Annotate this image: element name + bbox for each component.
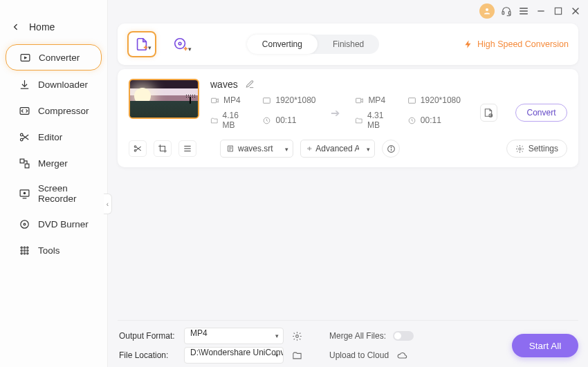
maximize-icon[interactable] — [553, 6, 564, 17]
convert-button[interactable]: Convert — [515, 104, 567, 122]
sidebar-item-editor[interactable]: Editor — [6, 124, 102, 149]
sidebar-item-tools[interactable]: Tools — [6, 238, 102, 263]
svg-point-43 — [134, 146, 136, 148]
sidebar-item-label: DVD Burner — [38, 219, 89, 229]
svg-point-55 — [391, 147, 392, 147]
src-format: MP4 — [223, 95, 241, 105]
sidebar-item-label: Converter — [39, 53, 80, 63]
svg-rect-16 — [25, 164, 29, 168]
tab-label: Converting — [262, 39, 302, 49]
caret-down-icon: ▾ — [285, 146, 288, 153]
sidebar: Home Converter Downloader Compressor Edi… — [0, 0, 108, 367]
svg-marker-11 — [24, 56, 27, 59]
file-location-value: D:\Wondershare UniConverter 1 — [190, 348, 284, 357]
svg-point-56 — [519, 147, 521, 149]
svg-point-29 — [26, 252, 28, 254]
download-icon — [18, 78, 30, 91]
src-duration: 00:11 — [275, 115, 296, 125]
svg-point-21 — [21, 247, 22, 248]
upload-label: Upload to Cloud — [329, 350, 389, 360]
target-info: MP4 1920*1080 4.31 MB 00:11 — [355, 95, 461, 130]
sidebar-item-compressor[interactable]: Compressor — [6, 98, 102, 123]
convert-label: Convert — [526, 108, 555, 117]
close-icon[interactable] — [570, 6, 581, 17]
status-tabs: Converting Finished — [247, 35, 379, 54]
converter-icon — [19, 51, 31, 64]
main-panel: ▾ ▾ Converting Finished High Speed Conve… — [108, 19, 588, 367]
arrow-right-icon: ➔ — [326, 106, 346, 120]
sidebar-item-label: Tools — [38, 245, 60, 256]
add-from-disc-button[interactable]: ▾ — [166, 31, 195, 57]
dst-size: 4.31 MB — [367, 111, 395, 130]
start-all-button[interactable]: Start All — [512, 334, 578, 357]
sidebar-item-label: Editor — [38, 132, 62, 142]
output-format-label: Output Format: — [119, 331, 177, 341]
svg-point-25 — [24, 250, 25, 251]
audio-value: Advanced Audi... — [315, 144, 359, 153]
file-location-label: File Location: — [119, 350, 177, 360]
trim-button[interactable] — [129, 140, 147, 157]
item-settings-button[interactable]: Settings — [506, 140, 567, 158]
edit-name-icon[interactable] — [245, 79, 255, 89]
svg-rect-2 — [508, 12, 511, 15]
user-avatar-icon[interactable] — [479, 3, 495, 19]
sidebar-item-label: Downloader — [38, 79, 88, 90]
hamburger-menu-icon[interactable] — [518, 6, 529, 17]
svg-point-44 — [134, 150, 136, 152]
subtitle-value: waves.srt — [238, 144, 273, 153]
svg-point-19 — [20, 220, 28, 227]
start-all-label: Start All — [529, 341, 562, 351]
svg-point-27 — [21, 252, 22, 254]
open-folder-icon[interactable] — [291, 349, 303, 361]
sidebar-item-screen-recorder[interactable]: Screen Recorder — [6, 177, 102, 210]
output-settings-icon[interactable] — [480, 104, 497, 122]
effects-button[interactable] — [178, 140, 196, 157]
sidebar-item-label: Merger — [38, 158, 68, 169]
file-location-select[interactable]: D:\Wondershare UniConverter 1 ▾ — [184, 347, 284, 364]
merge-toggle[interactable] — [393, 331, 414, 341]
video-thumbnail[interactable] — [129, 79, 199, 119]
svg-point-0 — [486, 8, 488, 11]
sidebar-item-downloader[interactable]: Downloader — [6, 72, 102, 97]
caret-down-icon: ▾ — [367, 146, 370, 153]
compress-icon — [18, 104, 30, 117]
sidebar-item-dvd-burner[interactable]: DVD Burner — [6, 211, 102, 236]
audio-dropdown[interactable]: Advanced Audi... ▾ — [300, 140, 375, 158]
svg-rect-36 — [212, 98, 217, 103]
caret-down-icon: ▾ — [275, 352, 279, 359]
output-format-select[interactable]: MP4 ▾ — [184, 328, 284, 344]
cloud-icon[interactable] — [396, 349, 408, 361]
svg-rect-37 — [264, 97, 270, 103]
format-settings-icon[interactable] — [291, 330, 303, 342]
tab-converting[interactable]: Converting — [247, 35, 318, 54]
chevron-left-icon — [10, 21, 22, 33]
sidebar-item-label: Compressor — [38, 106, 89, 116]
home-link[interactable]: Home — [0, 15, 107, 43]
caret-down-icon: ▾ — [188, 46, 192, 53]
dst-format: MP4 — [368, 95, 385, 105]
svg-rect-39 — [356, 98, 361, 103]
subtitle-dropdown[interactable]: waves.srt ▾ — [220, 140, 293, 158]
tab-finished[interactable]: Finished — [318, 35, 379, 54]
disc-icon — [18, 218, 30, 230]
svg-point-22 — [24, 247, 25, 248]
sidebar-item-converter[interactable]: Converter — [6, 44, 102, 70]
high-speed-toggle[interactable]: High Speed Conversion — [463, 39, 569, 49]
svg-rect-15 — [20, 159, 24, 163]
crop-button[interactable] — [154, 140, 172, 157]
headset-icon[interactable] — [501, 6, 512, 17]
svg-point-24 — [21, 250, 22, 251]
file-name: waves — [210, 79, 238, 90]
src-size: 4.16 MB — [223, 111, 250, 130]
svg-point-28 — [24, 252, 25, 254]
settings-label: Settings — [529, 144, 558, 153]
dst-duration: 00:11 — [421, 115, 441, 125]
svg-rect-7 — [555, 8, 561, 14]
caret-down-icon: ▾ — [275, 332, 279, 339]
sidebar-item-merger[interactable]: Merger — [6, 151, 102, 176]
merge-label: Merge All Files: — [329, 331, 386, 341]
conversion-item: waves MP4 1920*1080 4.16 MB 00:11 ➔ MP4 — [118, 69, 578, 167]
add-files-button[interactable]: ▾ — [127, 31, 156, 57]
info-button[interactable] — [382, 140, 400, 158]
minimize-icon[interactable] — [535, 6, 546, 17]
